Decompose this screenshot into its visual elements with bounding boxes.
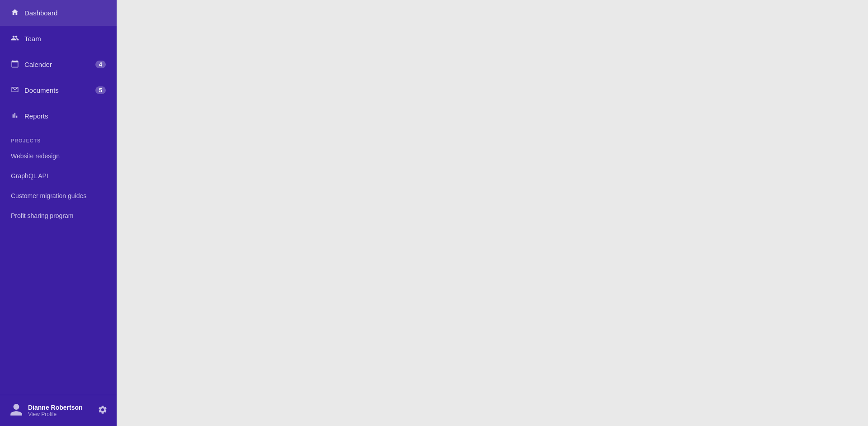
sidebar-item-calendar[interactable]: Calender 4	[0, 52, 117, 77]
team-icon	[11, 34, 19, 43]
nav-item-left: Calender	[11, 60, 52, 69]
calendar-icon	[11, 60, 19, 69]
sidebar-item-label: Documents	[24, 86, 59, 94]
home-icon	[11, 8, 19, 18]
nav-item-left: Reports	[11, 111, 48, 121]
sidebar-item-graphql-api[interactable]: GraphQL API	[0, 166, 117, 186]
project-label: GraphQL API	[11, 172, 48, 180]
sidebar-item-label: Dashboard	[24, 9, 57, 17]
user-name: Dianne Robertson	[28, 404, 83, 411]
project-label: Profit sharing program	[11, 212, 74, 219]
sidebar-footer: Dianne Robertson View Profile	[0, 395, 117, 426]
sidebar-item-customer-migration-guides[interactable]: Customer migration guides	[0, 186, 117, 206]
nav-item-left: Dashboard	[11, 8, 57, 18]
sidebar-item-documents[interactable]: Documents 5	[0, 77, 117, 103]
sidebar-item-profit-sharing-program[interactable]: Profit sharing program	[0, 206, 117, 226]
settings-icon[interactable]	[98, 405, 108, 417]
user-info: Dianne Robertson View Profile	[9, 402, 83, 419]
sidebar-item-label: Calender	[24, 61, 52, 68]
documents-icon	[11, 85, 19, 95]
user-avatar-icon	[9, 402, 24, 419]
sidebar-item-label: Reports	[24, 112, 48, 120]
calendar-badge: 4	[95, 61, 106, 68]
projects-section-label: PROJECTS	[0, 129, 117, 146]
nav-item-left: Team	[11, 34, 41, 43]
reports-icon	[11, 111, 19, 121]
project-label: Customer migration guides	[11, 192, 86, 199]
view-profile-link[interactable]: View Profile	[28, 411, 83, 417]
sidebar-item-website-redesign[interactable]: Website redesign	[0, 146, 117, 166]
documents-badge: 5	[95, 86, 106, 94]
user-text: Dianne Robertson View Profile	[28, 404, 83, 417]
project-label: Website redesign	[11, 152, 60, 160]
main-content	[117, 0, 868, 426]
sidebar-item-reports[interactable]: Reports	[0, 103, 117, 129]
sidebar-nav: Dashboard Team Cal	[0, 0, 117, 395]
sidebar-item-dashboard[interactable]: Dashboard	[0, 0, 117, 26]
sidebar-item-team[interactable]: Team	[0, 26, 117, 52]
nav-item-left: Documents	[11, 85, 59, 95]
sidebar-item-label: Team	[24, 35, 41, 43]
sidebar: Dashboard Team Cal	[0, 0, 117, 426]
